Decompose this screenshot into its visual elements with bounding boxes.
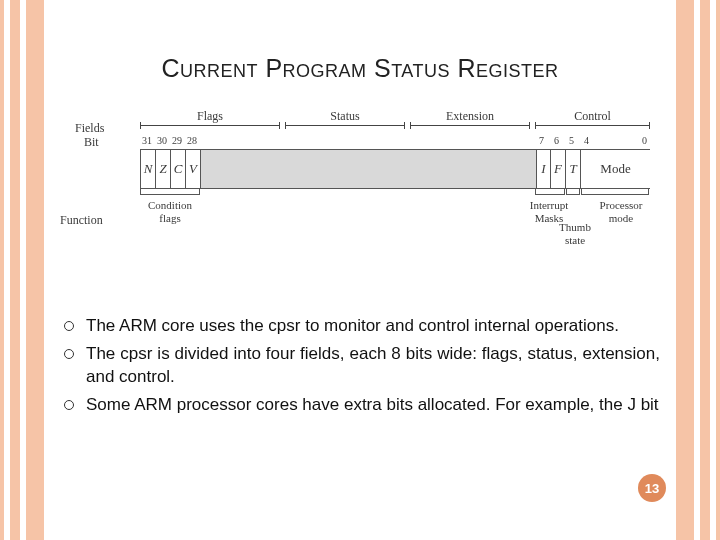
bit-28: 28 — [187, 135, 197, 146]
decor-stripe — [0, 0, 4, 540]
bit-31: 31 — [142, 135, 152, 146]
brace-interrupt — [535, 189, 565, 195]
register-body: N Z C V I F T Mode — [140, 149, 650, 189]
label-thumb: Thumb state — [555, 221, 595, 247]
bullet-item: Some ARM processor cores have extra bits… — [60, 394, 660, 416]
range-flags: Flags — [140, 125, 280, 126]
range-control: Control — [535, 125, 650, 126]
bit-30: 30 — [157, 135, 167, 146]
decor-stripe — [26, 0, 44, 540]
range-extension: Extension — [410, 125, 530, 126]
ctrl-t-cell: T — [566, 150, 581, 188]
bit-4: 4 — [584, 135, 589, 146]
ctrl-i-cell: I — [536, 150, 551, 188]
bit-row-label: Bit — [84, 135, 99, 150]
slide-title: Current Program Status Register — [60, 54, 660, 83]
page-number-badge: 13 — [638, 474, 666, 502]
cpsr-diagram: Fields Bit Function Flags Status Extensi… — [60, 121, 660, 291]
flag-v-cell: V — [186, 150, 201, 188]
flag-n-cell: N — [141, 150, 156, 188]
bit-29: 29 — [172, 135, 182, 146]
label-processor: Processor mode — [590, 199, 652, 225]
decor-stripe — [676, 0, 694, 540]
bullet-item: The cpsr is divided into four fields, ea… — [60, 343, 660, 388]
range-status: Status — [285, 125, 405, 126]
decor-stripe — [10, 0, 20, 540]
flag-z-cell: Z — [156, 150, 171, 188]
bit-0: 0 — [642, 135, 647, 146]
brace-processor — [581, 189, 649, 195]
brace-thumb — [566, 189, 580, 195]
bullet-list: The ARM core uses the cpsr to monitor an… — [60, 315, 660, 417]
ctrl-f-cell: F — [551, 150, 566, 188]
brace-condition — [140, 189, 200, 195]
label-condition: Condition flags — [140, 199, 200, 225]
decor-stripe — [716, 0, 720, 540]
fields-row-label: Fields — [75, 121, 104, 136]
flag-c-cell: C — [171, 150, 186, 188]
bit-7: 7 — [539, 135, 544, 146]
bit-6: 6 — [554, 135, 559, 146]
function-row-label: Function — [60, 213, 103, 228]
bullet-item: The ARM core uses the cpsr to monitor an… — [60, 315, 660, 337]
slide-content: Current Program Status Register Fields B… — [60, 0, 660, 540]
mode-cell: Mode — [581, 150, 650, 188]
decor-stripe — [700, 0, 710, 540]
bit-5: 5 — [569, 135, 574, 146]
